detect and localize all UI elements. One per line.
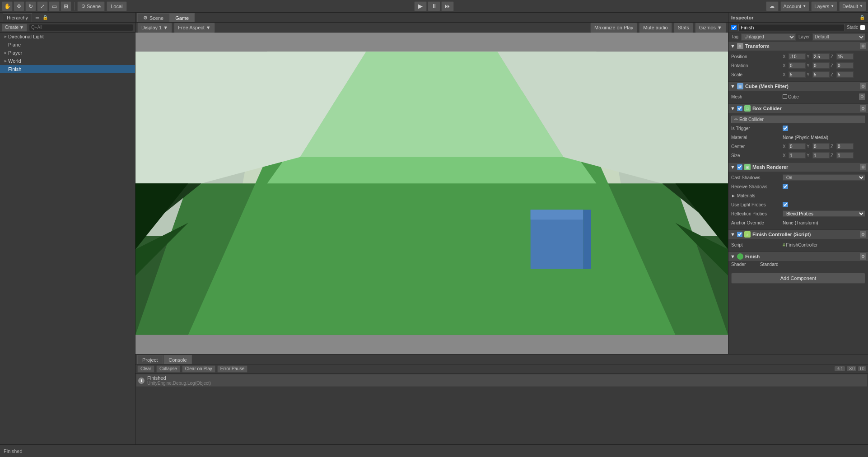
materials-expand-label: ► Materials	[731, 193, 781, 198]
size-z-input[interactable]	[836, 152, 854, 159]
scale-tool[interactable]: ⤢	[37, 1, 48, 11]
center-x-input[interactable]	[789, 143, 806, 149]
receive-shadows-checkbox[interactable]	[783, 184, 788, 189]
multi-tool[interactable]: ⊞	[61, 1, 71, 11]
finish-controller-enabled[interactable]	[737, 232, 742, 237]
hierarchy-menu-btn[interactable]: ☰	[34, 14, 40, 21]
game-view[interactable]	[135, 33, 728, 354]
account-label: Account	[784, 4, 802, 9]
hierarchy-item-label: Directional Light	[8, 34, 44, 39]
box-collider-header[interactable]: ▼ □ Box Collider ⚙	[728, 104, 868, 113]
clear-on-play-button[interactable]: Clear on Play	[182, 365, 215, 373]
tab-scene[interactable]: ⚙ Scene	[137, 13, 169, 22]
reflection-probes-select[interactable]: Blend Probes	[783, 210, 865, 217]
layers-dropdown[interactable]: Layers ▼	[811, 1, 837, 11]
error-pause-button[interactable]: Error Pause	[217, 365, 247, 373]
center-y-input[interactable]	[812, 143, 830, 149]
rot-y-input[interactable]	[812, 62, 830, 69]
transform-settings-btn[interactable]: ⚙	[860, 43, 866, 49]
size-y-input[interactable]	[812, 152, 830, 159]
tag-dropdown[interactable]: Untagged	[741, 33, 796, 41]
add-component-button[interactable]: Add Component	[731, 273, 865, 284]
is-trigger-checkbox[interactable]	[783, 126, 788, 131]
scale-x-input[interactable]	[789, 71, 806, 78]
list-item[interactable]: ► Player	[0, 49, 135, 57]
list-item[interactable]: Plane	[0, 41, 135, 49]
layer-dropdown[interactable]: Default	[812, 33, 865, 41]
list-item[interactable]: ► World	[0, 57, 135, 65]
mesh-select-btn[interactable]: ⊙	[859, 93, 865, 100]
object-name-input[interactable]	[738, 24, 845, 31]
finish-controller-settings-btn[interactable]: ⚙	[860, 231, 866, 238]
hand-tool[interactable]: ✋	[2, 1, 13, 11]
aspect-dropdown[interactable]: Free Aspect ▼	[174, 23, 215, 33]
rot-z-input[interactable]	[836, 62, 854, 69]
display-dropdown[interactable]: Display 1 ▼	[137, 23, 172, 33]
hierarchy-tab[interactable]: Hierarchy	[3, 13, 32, 22]
use-light-probes-checkbox[interactable]	[783, 202, 788, 207]
finish-controller-body: Script # FinishController	[728, 239, 868, 252]
clear-button[interactable]: Clear	[137, 365, 154, 373]
pivot-center-btn[interactable]: ⊙ Scene	[77, 1, 105, 11]
scene-toolbar: Display 1 ▼ Free Aspect ▼ Maximize on Pl…	[135, 23, 728, 33]
size-x-input[interactable]	[789, 152, 806, 159]
tab-console[interactable]: Console	[163, 355, 191, 364]
tab-project[interactable]: Project	[137, 355, 163, 364]
finish-controller-header[interactable]: ▼ # Finish Controller (Script) ⚙	[728, 230, 868, 239]
box-collider-settings-btn[interactable]: ⚙	[860, 105, 866, 112]
object-active-checkbox[interactable]	[731, 25, 737, 30]
scale-y-input[interactable]	[812, 71, 830, 78]
mesh-renderer-settings-btn[interactable]: ⚙	[860, 164, 866, 170]
finish-material-settings-btn[interactable]: ⚙	[860, 253, 866, 260]
list-item[interactable]: ► Directional Light	[0, 33, 135, 41]
rect-tool[interactable]: ▭	[49, 1, 60, 11]
pos-z-input[interactable]	[836, 53, 854, 60]
cloud-button[interactable]: ☁	[766, 1, 779, 11]
pos-x-input[interactable]	[789, 53, 806, 60]
finish-material-icon	[737, 253, 743, 260]
default-dropdown[interactable]: Default ▼	[839, 1, 866, 11]
pos-y-input[interactable]	[812, 53, 830, 60]
inspector-header-btns: 🔒	[859, 14, 865, 21]
stats-btn[interactable]: Stats	[674, 23, 693, 33]
mesh-renderer-header[interactable]: ▼ ▣ Mesh Renderer ⚙	[728, 163, 868, 172]
scale-z-input[interactable]	[836, 71, 854, 78]
mute-btn[interactable]: Mute audio	[639, 23, 672, 33]
console-toolbar: Clear Collapse Clear on Play Error Pause…	[135, 364, 868, 373]
layers-arrow-icon: ▼	[831, 4, 834, 8]
edit-collider-btn[interactable]: ✏ Edit Collider	[731, 116, 865, 123]
account-dropdown[interactable]: Account ▼	[780, 1, 810, 11]
gizmos-btn[interactable]: Gizmos ▼	[695, 23, 726, 33]
create-button[interactable]: Create ▼	[2, 23, 27, 32]
tab-game[interactable]: Game	[169, 13, 195, 22]
list-item-finish[interactable]: Finish	[0, 65, 135, 73]
maximize-btn[interactable]: Maximize on Play	[590, 23, 637, 33]
step-button[interactable]: ⏭	[441, 1, 454, 11]
collapse-button[interactable]: Collapse	[156, 365, 180, 373]
hierarchy-search[interactable]	[29, 24, 133, 31]
move-tool[interactable]: ✥	[14, 1, 24, 11]
hierarchy-lock-btn[interactable]: 🔒	[42, 14, 48, 21]
rotate-tool[interactable]: ↻	[25, 1, 36, 11]
mesh-filter-settings-btn[interactable]: ⚙	[860, 83, 866, 89]
transform-header[interactable]: ▼ ⊕ Transform ⚙	[728, 42, 868, 51]
mesh-filter-header[interactable]: ▼ ▦ Cube (Mesh Filter) ⚙	[728, 82, 868, 91]
inspector-title: Inspector	[731, 15, 754, 20]
cast-shadows-select[interactable]: On	[783, 174, 865, 181]
play-button[interactable]: ▶	[414, 1, 427, 11]
console-tabs: Project Console	[135, 354, 868, 364]
mesh-renderer-enabled[interactable]	[737, 164, 742, 170]
pivot-local-btn[interactable]: Local	[107, 1, 126, 11]
size-xyz: X Y Z	[783, 152, 865, 159]
rot-x-input[interactable]	[789, 62, 806, 69]
finish-material-header[interactable]: ▼ Finish ⚙	[728, 252, 868, 261]
console-entry[interactable]: ℹ Finished UnityEngine.Debug.Log(Object)	[136, 374, 867, 387]
pause-button[interactable]: ⏸	[428, 1, 440, 11]
center-y-label: Y	[807, 144, 812, 149]
hierarchy-panel: Hierarchy ☰ 🔒 Create ▼ ► Directional Lig…	[0, 13, 135, 444]
static-checkbox[interactable]	[860, 25, 865, 30]
center-z-input[interactable]	[836, 143, 854, 149]
inspector-lock-btn[interactable]: 🔒	[859, 14, 865, 21]
box-collider-enabled[interactable]	[737, 106, 742, 111]
tab-scene-label: Scene	[149, 15, 163, 21]
